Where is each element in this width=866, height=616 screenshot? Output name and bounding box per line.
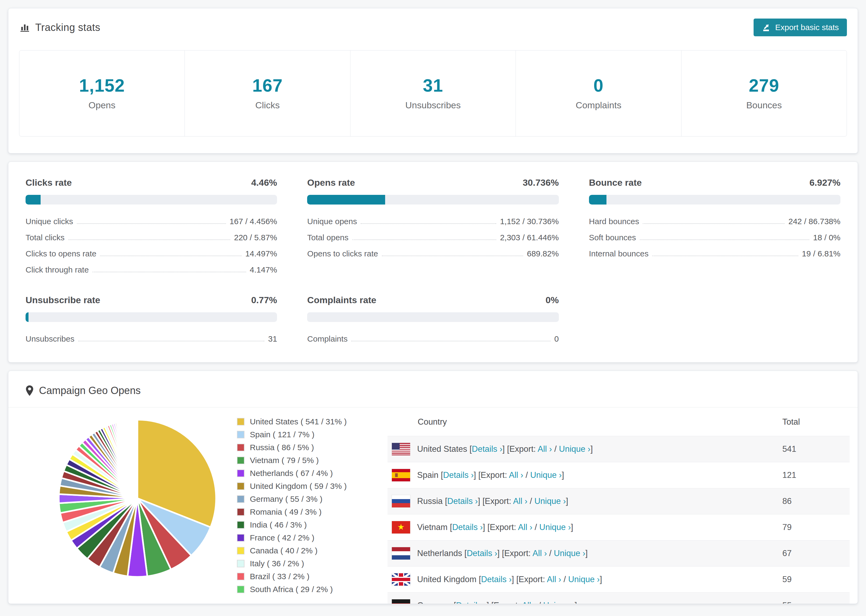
export-all-link[interactable]: All › xyxy=(518,522,532,532)
total-cell: 79 xyxy=(783,522,850,532)
export-icon xyxy=(762,23,771,32)
dotted-leader xyxy=(100,256,241,256)
details-link[interactable]: Details › xyxy=(481,575,512,584)
total-cell: 121 xyxy=(783,470,850,480)
details-link[interactable]: Details › xyxy=(447,497,478,506)
country-name: Netherlands xyxy=(417,548,462,558)
country-links-text: Spain [Details ›] [Export: All › / Uniqu… xyxy=(417,470,564,480)
bracket-open: [ xyxy=(462,548,467,558)
rate-progress-fill xyxy=(589,195,606,204)
export-unique-link[interactable]: Unique › xyxy=(559,444,590,454)
slash-separator: / xyxy=(552,444,559,454)
rate-detail-value: 18 / 0% xyxy=(813,233,841,242)
total-cell: 541 xyxy=(783,444,850,454)
export-all-link[interactable]: All › xyxy=(509,470,523,480)
geo-pie-legend: United States ( 541 / 31% )Spain ( 121 /… xyxy=(237,407,387,604)
rate-detail-label: Complaints xyxy=(307,334,348,344)
total-cell: 67 xyxy=(783,548,850,558)
country-links-text: United Kingdom [Details ›] [Export: All … xyxy=(417,575,602,584)
rate-block: Opens rate30.736%Unique opens1,152 / 30.… xyxy=(307,178,559,274)
export-unique-link[interactable]: Unique › xyxy=(534,497,566,506)
export-unique-link[interactable]: Unique › xyxy=(530,470,562,480)
rate-title: Complaints rate xyxy=(307,295,376,305)
bracket-close: ] xyxy=(483,522,487,532)
rate-title: Bounce rate xyxy=(589,178,642,188)
rate-detail-value: 689.82% xyxy=(527,249,559,258)
rates-grid: Clicks rate4.46%Unique clicks167 / 4.456… xyxy=(25,178,841,344)
country-links-text: Russia [Details ›] [Export: All › / Uniq… xyxy=(417,497,568,506)
legend-swatch xyxy=(237,586,244,593)
rate-progress-track xyxy=(589,195,841,204)
bracket-open: [ xyxy=(467,444,472,454)
rate-detail-row: Clicks to opens rate14.497% xyxy=(25,249,277,258)
summary-stats-row: 1,152Opens167Clicks31Unsubscribes0Compla… xyxy=(19,50,847,137)
bracket-end: ] xyxy=(575,601,577,604)
table-row: United States [Details ›] [Export: All ›… xyxy=(387,436,850,462)
rate-detail-label: Unsubscribes xyxy=(25,334,74,344)
geo-pie-chart[interactable] xyxy=(54,415,221,581)
rate-percent: 0.77% xyxy=(251,295,277,305)
details-link[interactable]: Details › xyxy=(467,548,497,558)
export-all-link[interactable]: All › xyxy=(513,497,527,506)
legend-item: Germany ( 55 / 3% ) xyxy=(237,495,387,504)
dotted-leader xyxy=(78,341,265,341)
export-prefix: [Export: xyxy=(478,470,509,480)
summary-stat-label: Opens xyxy=(19,100,184,110)
legend-item: Russia ( 86 / 5% ) xyxy=(237,443,387,452)
geo-opens-header: Campaign Geo Opens xyxy=(8,385,858,407)
export-unique-link[interactable]: Unique › xyxy=(554,548,585,558)
details-link[interactable]: Details › xyxy=(472,444,502,454)
bracket-close: ] xyxy=(474,470,478,480)
rate-detail-value: 31 xyxy=(268,334,277,344)
legend-label: Canada ( 40 / 2% ) xyxy=(250,546,318,555)
table-row: Vietnam [Details ›] [Export: All › / Uni… xyxy=(387,514,850,540)
geo-opens-card: Campaign Geo Opens United States ( 541 /… xyxy=(8,371,858,604)
rate-detail-label: Clicks to opens rate xyxy=(25,249,96,258)
summary-stat: 279Bounces xyxy=(681,50,847,136)
export-unique-link[interactable]: Unique › xyxy=(568,575,600,584)
export-unique-link[interactable]: Unique › xyxy=(543,601,575,604)
total-cell: 59 xyxy=(783,575,850,584)
slash-separator: / xyxy=(561,575,568,584)
rate-detail-value: 242 / 86.738% xyxy=(788,217,841,226)
summary-stat: 0Complaints xyxy=(516,50,681,136)
rate-percent: 30.736% xyxy=(523,178,559,188)
geo-table-header-total: Total xyxy=(783,417,850,427)
export-all-link[interactable]: All › xyxy=(547,575,561,584)
rate-block: Bounce rate6.927%Hard bounces242 / 86.73… xyxy=(589,178,841,274)
legend-label: Russia ( 86 / 5% ) xyxy=(250,443,314,452)
export-basic-stats-button[interactable]: Export basic stats xyxy=(754,19,847,36)
rate-progress-fill xyxy=(25,195,41,204)
country-links-text: United States [Details ›] [Export: All ›… xyxy=(417,444,593,454)
export-all-link[interactable]: All › xyxy=(538,444,552,454)
page-title: Tracking stats xyxy=(35,22,100,33)
export-unique-link[interactable]: Unique › xyxy=(539,522,571,532)
table-row: Germany [Details ›] [Export: All › / Uni… xyxy=(387,592,850,604)
rate-detail-label: Opens to clicks rate xyxy=(307,249,378,258)
legend-label: Netherlands ( 67 / 4% ) xyxy=(250,469,333,478)
export-all-link[interactable]: All › xyxy=(532,548,547,558)
legend-swatch xyxy=(237,534,244,542)
rate-progress-fill xyxy=(307,195,385,204)
legend-swatch xyxy=(237,521,244,529)
legend-swatch xyxy=(237,444,244,451)
details-link[interactable]: Details › xyxy=(452,522,483,532)
legend-label: Romania ( 49 / 3% ) xyxy=(250,508,322,517)
country-cell: Vietnam [Details ›] [Export: All › / Uni… xyxy=(392,521,783,533)
legend-label: Spain ( 121 / 7% ) xyxy=(250,430,314,439)
country-cell: United States [Details ›] [Export: All ›… xyxy=(392,443,783,455)
details-link[interactable]: Details › xyxy=(443,470,474,480)
bracket-close: ] xyxy=(512,575,516,584)
ru-flag-icon xyxy=(392,495,410,508)
export-all-link[interactable]: All › xyxy=(522,601,536,604)
slash-separator: / xyxy=(536,601,543,604)
tracking-stats-title: Tracking stats xyxy=(19,22,100,33)
details-link[interactable]: Details › xyxy=(456,601,487,604)
bar-chart-icon xyxy=(19,22,30,33)
legend-label: United Kingdom ( 59 / 3% ) xyxy=(250,482,347,491)
rate-title: Clicks rate xyxy=(25,178,72,188)
tracking-stats-header: Tracking stats Export basic stats xyxy=(19,19,847,36)
legend-item: South Africa ( 29 / 2% ) xyxy=(237,585,387,594)
rate-progress-track xyxy=(25,312,277,322)
summary-stat-label: Unsubscribes xyxy=(350,100,516,110)
